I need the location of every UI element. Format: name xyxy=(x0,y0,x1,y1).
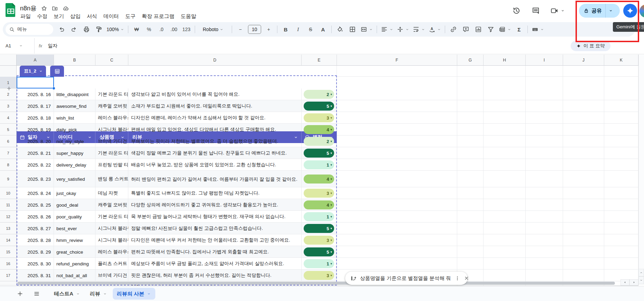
cell-product[interactable]: 시그니처 블라우스 xyxy=(95,124,128,135)
menu-item-6[interactable]: 데이터 xyxy=(100,12,122,20)
cell-product[interactable]: 밴딩 롱 스커트 xyxy=(95,171,128,187)
rating-pill[interactable]: 4▾ xyxy=(304,125,334,134)
summarize-table-button[interactable]: 이 표 요약 xyxy=(571,41,610,51)
horizontal-align-dropdown-icon[interactable] xyxy=(389,27,394,32)
suggestion-text[interactable]: 상품명열을 기준으로 별점열을 분석해 줘 xyxy=(360,275,451,282)
share-button[interactable]: 공유 xyxy=(579,4,620,18)
row-header-5[interactable]: 5 xyxy=(0,124,17,135)
rating-pill[interactable]: 3▾ xyxy=(304,271,334,280)
sheet-tab-menu-icon[interactable] xyxy=(147,292,151,296)
rating-dropdown-icon[interactable]: ▾ xyxy=(330,151,332,155)
cell-review[interactable]: 생각보다 얇고 비침이 있어서 이너를 꼭 입어야 해요. xyxy=(128,88,302,100)
cell-product[interactable]: 플리츠 스커트 xyxy=(95,258,128,270)
cell-date[interactable]: 2025. 8. 24 xyxy=(17,187,54,199)
rating-pill[interactable]: 2▾ xyxy=(304,137,334,146)
scroll-right-button[interactable] xyxy=(629,279,638,285)
rating-pill[interactable]: 2▾ xyxy=(304,90,334,99)
column-header-C[interactable]: C xyxy=(95,55,128,66)
more-formats-button[interactable]: 123 xyxy=(181,24,192,35)
cell-user-id[interactable]: not_bad_at_all xyxy=(54,270,95,281)
cell-date[interactable]: 2025. 8. 29 xyxy=(17,246,54,258)
input-tools-button[interactable] xyxy=(530,24,545,35)
cell-product[interactable]: 레이스 블라우스 xyxy=(95,246,128,258)
rating-dropdown-icon[interactable]: ▾ xyxy=(330,215,332,218)
italic-button[interactable]: I xyxy=(292,24,304,35)
increase-font-size-button[interactable]: + xyxy=(263,24,275,35)
cell-date[interactable]: 2025. 8. 16 xyxy=(17,88,54,100)
cell-date[interactable]: 2025. 8. 18 xyxy=(17,112,54,124)
cell-user-id[interactable]: wish_list xyxy=(54,112,95,124)
cell-date[interactable]: 2025. 8. 17 xyxy=(17,100,54,112)
rating-dropdown-icon[interactable]: ▾ xyxy=(330,177,332,181)
table-name-chip[interactable]: 표1_2 xyxy=(20,66,46,77)
rating-dropdown-icon[interactable]: ▾ xyxy=(330,128,332,131)
rating-dropdown-icon[interactable]: ▾ xyxy=(330,262,332,265)
percent-format-button[interactable]: % xyxy=(143,24,155,35)
rating-dropdown-icon[interactable]: ▾ xyxy=(330,203,332,207)
menu-item-5[interactable]: 서식 xyxy=(84,12,100,20)
cell-product[interactable]: 시그니처 블라우스 xyxy=(95,223,128,234)
column-header-E[interactable]: E xyxy=(302,55,337,66)
gemini-button[interactable] xyxy=(623,4,637,18)
rating-dropdown-icon[interactable]: ▾ xyxy=(330,250,332,254)
row-header-13[interactable]: 13 xyxy=(0,223,17,234)
suggestion-close-icon[interactable] xyxy=(464,275,469,281)
undo-button[interactable] xyxy=(56,24,67,35)
input-tools-dropdown-icon[interactable] xyxy=(540,27,544,32)
cell-date[interactable]: 2025. 8. 30 xyxy=(17,258,54,270)
row-header-8[interactable]: 8 xyxy=(0,159,17,171)
meet-join-call-button[interactable] xyxy=(550,6,565,15)
cell-product[interactable]: 시그니처 블라우스 xyxy=(95,234,128,246)
scroll-left-button[interactable] xyxy=(620,279,629,285)
cell-review[interactable]: 특별히 좋지도 나쁘지도 않아요. 그냥 평범한 데님 자켓입니다. xyxy=(128,187,302,199)
add-row-icon[interactable] xyxy=(6,86,12,91)
row-header-3[interactable]: 3 xyxy=(0,100,17,112)
cell-review[interactable]: 소재가 부드럽고 시원해서 좋아요. 데일리룩으로 딱입니다. xyxy=(128,100,302,112)
cell-user-id[interactable]: awesome_find xyxy=(54,100,95,112)
column-header-A[interactable]: A xyxy=(17,55,54,66)
font-select-button[interactable]: Roboto xyxy=(197,24,229,35)
cell-review[interactable]: 디자인은 예쁜데 너무 커서 저한테는 안 어울리네요. 교환할까 고민 중이에… xyxy=(128,234,302,246)
cell-product[interactable]: 레이스 블라우스 xyxy=(95,112,128,124)
cell-user-id[interactable]: very_satisfied xyxy=(54,171,95,187)
rating-pill[interactable]: 1▾ xyxy=(304,259,334,268)
row-header-6[interactable]: 6 xyxy=(0,135,17,147)
version-history-icon[interactable] xyxy=(512,6,521,15)
create-filter-button[interactable] xyxy=(485,24,497,35)
rating-dropdown-icon[interactable]: ▾ xyxy=(330,116,332,120)
rating-pill[interactable]: 3▾ xyxy=(304,113,334,122)
formula-input-value[interactable]: 일자 xyxy=(48,43,57,49)
fill-color-button[interactable] xyxy=(334,24,346,35)
cell-review[interactable]: 정말 예뻐요! 사진보다 실물이 훨씬 고급스럽고 만족스럽습니다. xyxy=(128,223,302,234)
column-header-B[interactable]: B xyxy=(54,55,95,66)
column-header-K[interactable]: K xyxy=(604,55,638,66)
name-box[interactable]: A1 xyxy=(0,38,35,54)
horizontal-scrollbar-thumb[interactable] xyxy=(17,282,615,285)
rating-pill[interactable]: 5▾ xyxy=(304,247,334,256)
cell-user-id[interactable]: not_my_style xyxy=(54,135,95,147)
cell-date[interactable]: 2025. 8. 27 xyxy=(17,223,54,234)
rating-pill[interactable]: 5▾ xyxy=(304,102,334,111)
rating-dropdown-icon[interactable]: ▾ xyxy=(330,191,332,195)
text-rotation-dropdown-icon[interactable] xyxy=(437,27,441,32)
menu-item-3[interactable]: 보기 xyxy=(50,12,67,20)
row-header-7[interactable]: 7 xyxy=(0,147,17,159)
rating-dropdown-icon[interactable]: ▾ xyxy=(330,93,332,96)
cell-user-id[interactable]: super_happy xyxy=(54,147,95,159)
functions-button[interactable]: Σ xyxy=(513,24,525,35)
rating-pill[interactable]: 5▾ xyxy=(304,224,334,233)
row-header-9[interactable]: 9 xyxy=(0,171,17,187)
name-box-dropdown-icon[interactable] xyxy=(19,44,23,48)
rating-dropdown-icon[interactable]: ▾ xyxy=(330,104,332,108)
add-sheet-icon[interactable] xyxy=(17,290,24,297)
rating-pill[interactable]: 4▾ xyxy=(304,175,334,184)
row-header-15[interactable]: 15 xyxy=(0,246,17,258)
rating-pill[interactable]: 1▾ xyxy=(304,160,334,169)
cell-product[interactable]: 프린팅 반팔 티 xyxy=(95,159,128,171)
cell-user-id[interactable]: great_choice xyxy=(54,246,95,258)
star-icon[interactable] xyxy=(41,5,47,12)
rating-dropdown-icon[interactable]: ▾ xyxy=(330,227,332,230)
table-views-button[interactable] xyxy=(497,24,513,35)
cell-review[interactable]: 다양한 상의에 레이어드하기 좋고 귀여워요. 생각보다 활용도가 높아요. xyxy=(128,199,302,211)
cell-product[interactable]: 기본 라운드 티 xyxy=(95,147,128,159)
